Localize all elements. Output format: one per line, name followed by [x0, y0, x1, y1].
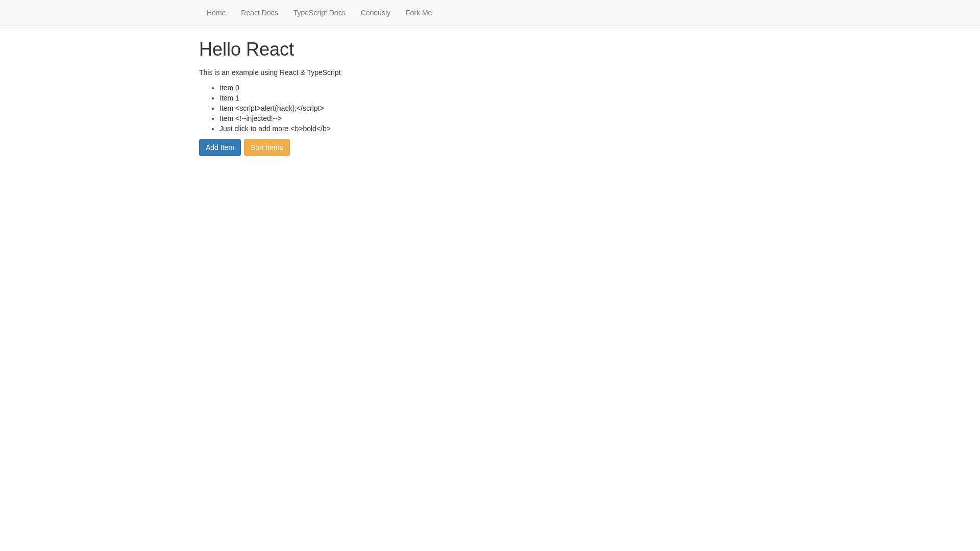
list-item: Item 0: [219, 83, 781, 93]
nav-list: Home React Docs TypeScript Docs Ceriousl…: [199, 0, 781, 26]
list-item: Just click to add more <b>bold</b>: [219, 123, 781, 134]
nav-home[interactable]: Home: [199, 0, 233, 26]
add-item-button[interactable]: Add Item: [199, 139, 241, 156]
nav-fork-me[interactable]: Fork Me: [398, 0, 439, 26]
nav-ceriously[interactable]: Ceriously: [353, 0, 398, 26]
main-container: Hello React This is an example using Rea…: [191, 36, 789, 156]
list-item: Item <!--injected!-->: [219, 113, 781, 123]
item-list: Item 0 Item 1 Item <script>alert(hack);<…: [199, 83, 781, 134]
page-title: Hello React: [199, 36, 781, 62]
sort-items-button[interactable]: Sort Items: [244, 139, 290, 156]
page-subtitle: This is an example using React & TypeScr…: [199, 67, 781, 78]
list-item: Item <script>alert(hack);</script>: [219, 103, 781, 113]
nav-typescript-docs[interactable]: TypeScript Docs: [286, 0, 353, 26]
navbar: Home React Docs TypeScript Docs Ceriousl…: [0, 0, 980, 26]
list-item: Item 1: [219, 93, 781, 103]
button-row: Add Item Sort Items: [199, 139, 781, 156]
nav-react-docs[interactable]: React Docs: [233, 0, 285, 26]
